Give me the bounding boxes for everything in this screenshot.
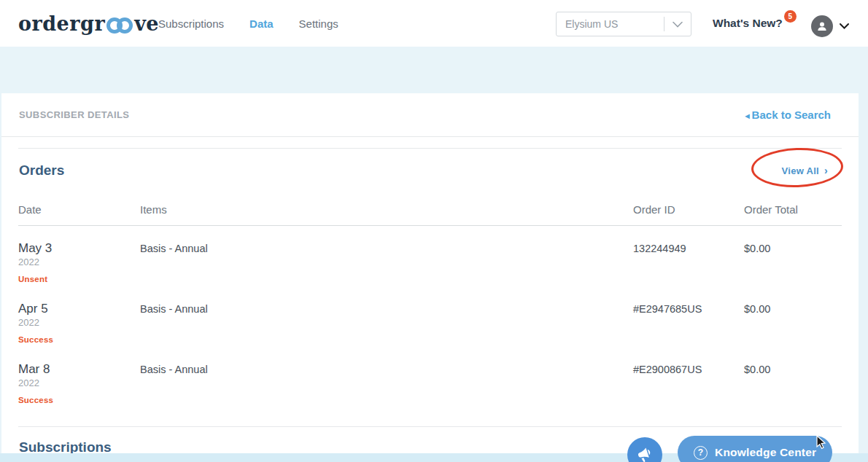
order-year: 2022 <box>18 377 140 389</box>
orders-table-header: Date Items Order ID Order Total <box>18 203 842 226</box>
back-to-search-label: Back to Search <box>752 109 831 121</box>
order-id: #E2900867US <box>633 361 744 407</box>
chevron-right-icon: › <box>824 165 828 176</box>
column-header-order-total: Order Total <box>744 203 842 216</box>
logo-text-pre: ordergr <box>18 12 105 35</box>
order-date: Apr 5 <box>18 301 140 316</box>
nav-settings[interactable]: Settings <box>299 17 338 30</box>
chevron-down-icon <box>664 21 691 28</box>
view-all-orders-link[interactable]: View All› <box>782 165 829 176</box>
order-items: Basis - Annual <box>140 361 633 407</box>
order-year: 2022 <box>18 256 140 268</box>
store-selector-dropdown[interactable]: Elysium US <box>556 12 691 36</box>
order-date: Mar 8 <box>18 361 140 377</box>
nav-subscriptions[interactable]: Subscriptions <box>158 17 224 30</box>
date-cell: Apr 5 2022 Success <box>18 301 140 347</box>
order-date: May 3 <box>18 240 140 256</box>
main-nav: Subscriptions Data Settings <box>158 0 338 47</box>
knowledge-center-button[interactable]: ? Knowledge Center <box>678 436 832 462</box>
order-status-badge: Success <box>18 335 140 344</box>
page-title: SUBSCRIBER DETAILS <box>19 109 129 120</box>
section-divider <box>18 426 842 427</box>
order-status-badge: Success <box>18 396 140 404</box>
column-header-order-id: Order ID <box>633 203 744 216</box>
avatar-icon <box>811 15 833 37</box>
megaphone-icon <box>633 443 657 462</box>
order-items: Basis - Annual <box>140 240 633 286</box>
back-triangle-icon: ◂ <box>745 111 750 121</box>
account-menu-button[interactable] <box>811 15 849 37</box>
order-id: #E2947685US <box>633 301 744 347</box>
order-total: $0.00 <box>744 361 842 407</box>
order-id: 132244949 <box>633 240 744 286</box>
notification-badge: 5 <box>784 10 797 23</box>
question-circle-icon: ? <box>694 446 708 460</box>
chevron-down-icon <box>840 23 849 29</box>
knowledge-center-label: Knowledge Center <box>715 446 816 459</box>
table-row: Apr 5 2022 Success Basis - Annual #E2947… <box>18 286 842 347</box>
column-header-items: Items <box>140 203 633 216</box>
order-items: Basis - Annual <box>140 301 633 347</box>
order-total: $0.00 <box>744 301 842 347</box>
table-row: Mar 8 2022 Success Basis - Annual #E2900… <box>18 347 842 407</box>
nav-data[interactable]: Data <box>249 17 274 30</box>
store-selector-value: Elysium US <box>557 18 664 30</box>
ordergroove-logo[interactable]: ordergr ve <box>18 11 159 36</box>
logo-rings-icon <box>104 15 135 35</box>
order-status-badge: Unsent <box>18 275 140 283</box>
order-total: $0.00 <box>744 240 842 286</box>
view-all-label: View All <box>782 165 820 176</box>
top-navigation-bar: ordergr ve Subscriptions Data Settings E… <box>0 0 868 47</box>
column-header-date: Date <box>18 203 140 216</box>
table-row: May 3 2022 Unsent Basis - Annual 1322449… <box>18 226 842 286</box>
subscriber-details-card: SUBSCRIBER DETAILS ◂Back to Search Order… <box>1 93 859 453</box>
whats-new-label: What's New? <box>713 17 783 29</box>
order-year: 2022 <box>18 316 140 329</box>
date-cell: Mar 8 2022 Success <box>18 361 140 407</box>
subscriber-details-bar: SUBSCRIBER DETAILS ◂Back to Search <box>1 93 859 137</box>
orders-table: Date Items Order ID Order Total May 3 20… <box>18 203 842 407</box>
orders-title: Orders <box>19 163 64 179</box>
orders-section-header: Orders View All› <box>1 149 859 179</box>
date-cell: May 3 2022 Unsent <box>18 240 140 286</box>
logo-text-post: ve <box>134 12 159 35</box>
whats-new-link[interactable]: What's New? 5 <box>713 17 783 30</box>
back-to-search-link[interactable]: ◂Back to Search <box>745 109 831 121</box>
